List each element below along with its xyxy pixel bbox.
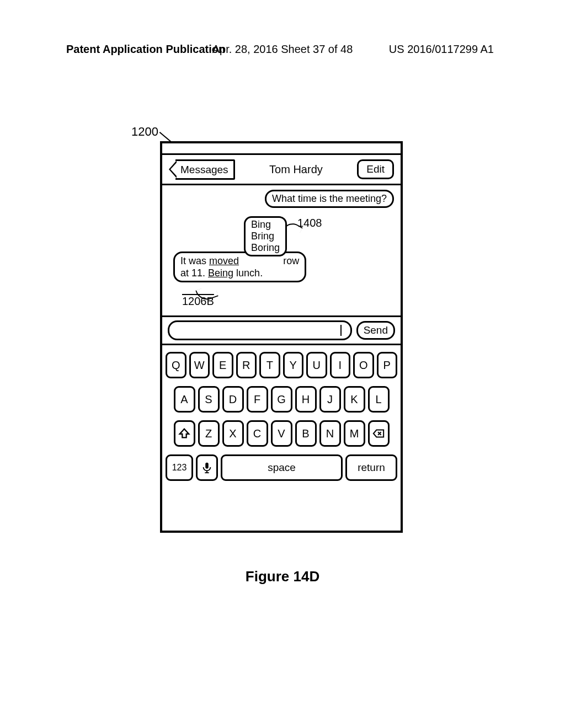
key-w[interactable]: W <box>189 352 210 378</box>
key-dictation[interactable] <box>196 454 218 481</box>
message-incoming-1206b[interactable]: It was moved________row at 11. Being lun… <box>173 251 306 282</box>
autocorrect-popup-1408[interactable]: Bing Bring Boring <box>244 216 287 256</box>
message-outgoing: What time is the meeting? <box>265 190 394 208</box>
key-v[interactable]: V <box>271 420 292 447</box>
key-row-4: 123 space return <box>166 454 397 481</box>
corrected-word[interactable]: moved <box>209 255 239 266</box>
send-button[interactable]: Send <box>356 321 395 340</box>
svg-rect-0 <box>205 463 209 469</box>
microphone-icon <box>201 462 213 474</box>
key-row-3: Z X C V B N M <box>166 420 397 447</box>
status-bar <box>162 143 401 155</box>
figure-caption: Figure 14D <box>0 568 565 585</box>
backspace-icon <box>372 427 385 440</box>
key-c[interactable]: C <box>247 420 268 447</box>
key-u[interactable]: U <box>306 352 327 378</box>
conversation-area: What time is the meeting? Bing Bring Bor… <box>162 185 401 317</box>
suggestion-item[interactable]: Bring <box>251 231 280 242</box>
key-b[interactable]: B <box>295 420 317 447</box>
edit-button[interactable]: Edit <box>357 159 394 179</box>
ref-label-1408: 1408 <box>297 217 322 229</box>
key-row-2: A S D F G H J K L <box>166 386 397 413</box>
compose-input[interactable] <box>168 320 352 340</box>
key-r[interactable]: R <box>236 352 257 378</box>
key-k[interactable]: K <box>344 386 365 413</box>
keyboard: Q W E R T Y U I O P A S D F G H J K L <box>162 345 401 486</box>
key-a[interactable]: A <box>174 386 195 413</box>
key-j[interactable]: J <box>319 386 341 413</box>
key-x[interactable]: X <box>222 420 244 447</box>
key-f[interactable]: F <box>247 386 268 413</box>
key-q[interactable]: Q <box>166 352 186 378</box>
compose-bar: Send <box>162 317 401 345</box>
conversation-title: Tom Hardy <box>269 163 323 176</box>
key-m[interactable]: M <box>344 420 365 447</box>
key-s[interactable]: S <box>198 386 220 413</box>
key-l[interactable]: L <box>368 386 390 413</box>
back-label: Messages <box>175 159 235 180</box>
key-e[interactable]: E <box>212 352 233 378</box>
key-row-1: Q W E R T Y U I O P <box>166 352 397 378</box>
ref-label-1206b: 1206B <box>182 295 214 308</box>
key-return[interactable]: return <box>345 454 397 481</box>
key-h[interactable]: H <box>295 386 317 413</box>
shift-icon <box>178 427 190 440</box>
key-z[interactable]: Z <box>198 420 220 447</box>
key-123[interactable]: 123 <box>166 454 193 481</box>
suggestion-item[interactable]: Boring <box>251 242 280 254</box>
suggestion-item[interactable]: Bing <box>251 219 280 231</box>
key-shift[interactable] <box>174 420 195 447</box>
nav-bar: Messages Tom Hardy Edit <box>162 155 401 185</box>
key-n[interactable]: N <box>319 420 341 447</box>
key-i[interactable]: I <box>330 352 351 378</box>
key-y[interactable]: Y <box>283 352 304 378</box>
ref-label-1200: 1200 <box>131 125 158 139</box>
key-o[interactable]: O <box>353 352 374 378</box>
key-backspace[interactable] <box>368 420 390 447</box>
key-d[interactable]: D <box>222 386 244 413</box>
text-cursor <box>340 325 342 336</box>
key-t[interactable]: T <box>259 352 280 378</box>
key-g[interactable]: G <box>271 386 292 413</box>
corrected-word[interactable]: Being <box>208 267 233 279</box>
back-button[interactable]: Messages <box>169 159 235 180</box>
key-space[interactable]: space <box>221 454 343 481</box>
device-1200: Messages Tom Hardy Edit What time is the… <box>160 141 403 533</box>
key-p[interactable]: P <box>377 352 398 378</box>
header-right: US 2016/0117299 A1 <box>0 43 494 56</box>
patent-figure-page: Patent Application Publication Apr. 28, … <box>0 0 565 728</box>
